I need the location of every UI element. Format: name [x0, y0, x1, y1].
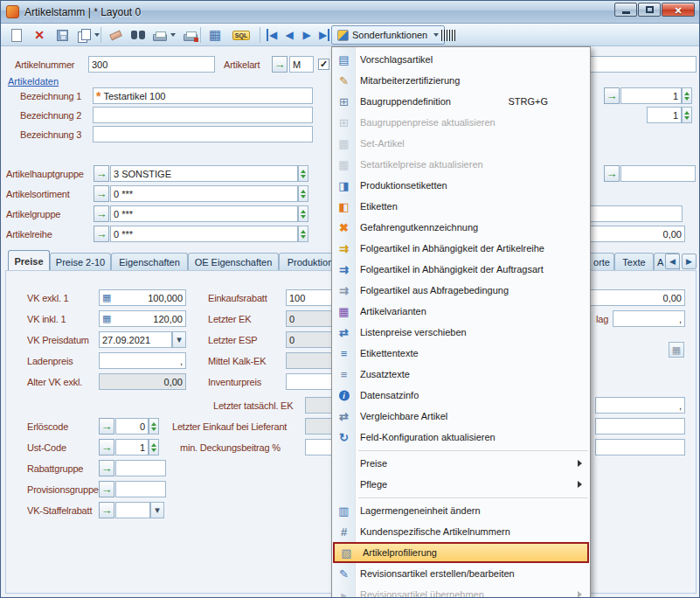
right-empty2-field[interactable] — [595, 439, 685, 455]
eraser-button[interactable] — [105, 25, 126, 45]
erloescode-field[interactable]: 0 — [115, 418, 149, 435]
provisionsgru ppe-field[interactable] — [115, 481, 166, 497]
minimize-button[interactable] — [614, 3, 637, 17]
right-panel-tool-button[interactable] — [669, 342, 684, 358]
menu-item-datensatzinfo[interactable]: Datensatzinfo — [332, 385, 590, 406]
artikelhauptgruppe-field[interactable]: 3 SONSTIGE — [110, 165, 298, 182]
menu-item-pflege[interactable]: Pflege — [332, 474, 590, 495]
tab-preise[interactable]: Preise — [8, 250, 50, 271]
right-comma2-field[interactable]: , — [595, 397, 685, 414]
vk-staffelrabatt-lookup-button[interactable] — [99, 502, 114, 518]
tab-scroll-right-button[interactable]: ▶ — [682, 254, 697, 269]
new-document-button[interactable] — [6, 25, 27, 45]
vk-preisdatum-field[interactable]: 27.09.2021 — [99, 331, 172, 348]
menu-item-zusatztexte[interactable]: Zusatztexte — [332, 364, 590, 385]
artikelhauptgruppe-lookup-button[interactable] — [94, 165, 109, 182]
nav-last-button[interactable] — [316, 25, 332, 45]
tab-preise-2-10[interactable]: Preise 2-10 — [50, 253, 111, 271]
qty2-field[interactable]: 1 — [647, 107, 682, 123]
menu-item-revisionsartikel-erstellen[interactable]: Revisionsartikel erstellen/bearbeiten — [332, 563, 590, 584]
artikelart-checkbox[interactable] — [318, 59, 329, 70]
provisionsgruppe-label: Provisionsgruppe — [27, 484, 99, 495]
ust-code-lookup-button[interactable] — [99, 439, 114, 455]
artikeldaten-link[interactable]: Artikeldaten — [8, 76, 59, 87]
ladenpreis-field[interactable]: , — [99, 352, 186, 369]
tab-scroll-left-button[interactable]: ◀ — [665, 254, 680, 269]
copy-button[interactable] — [74, 25, 102, 45]
barcode-button[interactable] — [438, 25, 461, 45]
artikelgruppe-spinner[interactable] — [298, 205, 308, 222]
nav-prev-button[interactable] — [281, 25, 297, 45]
qty1-spinner[interactable] — [682, 87, 692, 104]
menu-item-artikelvarianten[interactable]: Artikelvarianten — [332, 301, 590, 322]
menu-item-lagermengeneinheit-aendern[interactable]: Lagermengeneinheit ändern — [332, 500, 590, 521]
rabattgruppe-field[interactable] — [115, 460, 166, 476]
vk-inkl-1-field[interactable]: 120,00 — [99, 310, 186, 327]
menu-item-mitarbeiterzertifizierung[interactable]: Mitarbeiterzertifizierung — [332, 70, 590, 91]
close-button[interactable] — [662, 3, 695, 17]
ust-code-field[interactable]: 1 — [115, 439, 149, 455]
bezeichnung1-field[interactable]: * Testartikel 100 — [93, 87, 313, 104]
qty2-spinner[interactable] — [682, 107, 692, 123]
menu-item-preise[interactable]: Preise — [332, 453, 590, 474]
erloescode-spinner[interactable] — [149, 418, 159, 435]
menu-item-baugruppendefinition[interactable]: BaugruppendefinitionSTRG+G — [332, 91, 590, 112]
menu-item-listenpreise-verschieben[interactable]: Listenpreise verschieben — [332, 322, 590, 343]
menu-item-vergleichbare-artikel[interactable]: Vergleichbare Artikel — [332, 406, 590, 427]
artikelreihe-lookup-button[interactable] — [94, 226, 109, 242]
artikelreihe-field[interactable]: 0 *** — [110, 226, 298, 242]
nav-next-button[interactable] — [299, 25, 315, 45]
vk-staffelrabatt-dropdown-button[interactable] — [150, 502, 164, 518]
menu-item-kundenspezifische-artikelnummern[interactable]: Kundenspezifische Artikelnummern — [332, 521, 590, 542]
maximize-button[interactable] — [638, 3, 661, 17]
right-empty1-field[interactable] — [595, 418, 685, 435]
provisionsgruppe-lookup-button[interactable] — [99, 481, 114, 497]
alter-vk-exkl-field[interactable]: 0,00 — [99, 373, 186, 390]
sonderfunktionen-button[interactable]: Sonderfunktionen — [331, 25, 445, 45]
artikelart-lookup-button[interactable] — [272, 56, 288, 73]
print-button[interactable] — [150, 25, 178, 45]
delete-button[interactable] — [29, 25, 50, 45]
artikelsortiment-lookup-button[interactable] — [94, 185, 109, 202]
vk-exkl-1-field[interactable]: 100,000 — [99, 289, 186, 306]
save-button[interactable] — [52, 25, 73, 45]
right-lookup-button[interactable] — [604, 87, 620, 104]
ust-code-spinner[interactable] — [149, 439, 159, 455]
tab-oe-eigenschaften[interactable]: OE Eigenschaften — [188, 253, 279, 271]
vk-staffelrabatt-field[interactable] — [115, 502, 150, 518]
rabattgruppe-lookup-button[interactable] — [99, 460, 114, 476]
sql-button[interactable] — [227, 25, 255, 45]
artikelhauptgruppe-spinner[interactable] — [298, 165, 308, 182]
list-view-button[interactable] — [204, 25, 225, 45]
search-button[interactable] — [128, 25, 149, 45]
menu-item-folgeartikel-auftragsart[interactable]: Folgeartikel in Abhängigkeit der Auftrag… — [332, 259, 590, 280]
artikelart-field[interactable]: M — [289, 56, 314, 73]
right-group-lookup-button[interactable] — [604, 165, 620, 182]
artikelgruppe-field[interactable]: 0 *** — [110, 205, 298, 222]
menu-item-artikelprofilierung[interactable]: Artikelprofilierung — [333, 542, 589, 563]
menu-item-gefahrengutkennzeichnung[interactable]: Gefahrengutkennzeichnung — [332, 217, 590, 238]
menu-item-etikettentexte[interactable]: Etikettentexte — [332, 343, 590, 364]
right-group-field[interactable] — [620, 165, 696, 182]
tab-texte[interactable]: Texte — [614, 253, 654, 271]
tab-eigenschaften[interactable]: Eigenschaften — [111, 253, 188, 271]
artikelreihe-spinner[interactable] — [298, 226, 308, 242]
qty1-field[interactable]: 1 — [620, 87, 682, 104]
artikelnummer-field[interactable]: 300 — [88, 56, 215, 73]
bezeichnung3-field[interactable] — [93, 126, 313, 143]
artikelsortiment-field[interactable]: 0 *** — [110, 185, 298, 202]
bezeichnung2-field[interactable] — [93, 107, 313, 123]
vk-preisdatum-dropdown-button[interactable] — [172, 331, 186, 348]
menu-item-vorschlagsartikel[interactable]: Vorschlagsartikel — [332, 49, 590, 70]
right-comma1-field[interactable]: , — [613, 310, 685, 327]
menu-item-etiketten[interactable]: Etiketten — [332, 196, 590, 217]
print-preview-button[interactable] — [180, 25, 201, 45]
nav-first-button[interactable] — [264, 25, 280, 45]
menu-item-produktionsetiketten[interactable]: Produktionsetiketten — [332, 175, 590, 196]
menu-item-folgeartikel-abfragebedingung[interactable]: Folgeartikel aus Abfragebedingung — [332, 280, 590, 301]
artikelsortiment-spinner[interactable] — [298, 185, 308, 202]
menu-item-feld-konfiguration-aktualisieren[interactable]: Feld-Konfiguration aktualisieren — [332, 427, 590, 448]
menu-item-folgeartikel-artikelreihe[interactable]: Folgeartikel in Abhängigkeit der Artikel… — [332, 238, 590, 259]
erloescode-lookup-button[interactable] — [99, 418, 114, 435]
artikelgruppe-lookup-button[interactable] — [94, 205, 109, 222]
